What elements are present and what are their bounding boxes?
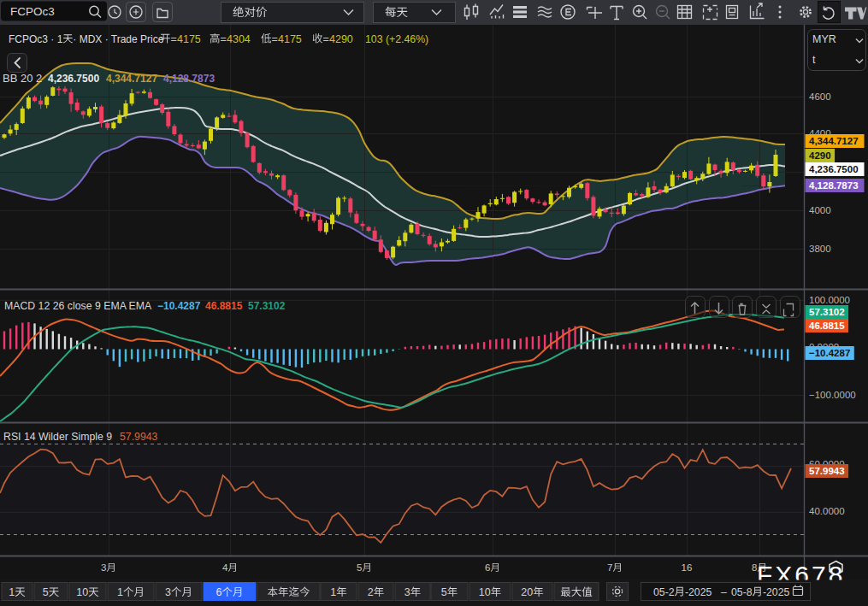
svg-text:103 (+2.46%): 103 (+2.46%) <box>365 33 428 45</box>
svg-text:4,128.7873: 4,128.7873 <box>809 180 859 191</box>
svg-text:4,344.7127: 4,344.7127 <box>809 136 859 146</box>
svg-text:4: 4 <box>222 562 228 573</box>
svg-text:−10.4287: −10.4287 <box>157 300 201 312</box>
svg-text:4600: 4600 <box>809 91 831 102</box>
svg-text:−10.4287: −10.4287 <box>809 348 850 358</box>
svg-text:=: = <box>171 33 177 45</box>
svg-text:t: t <box>812 54 816 66</box>
svg-text:MYR: MYR <box>812 33 836 45</box>
svg-text:4175: 4175 <box>177 33 201 45</box>
svg-text:4,236.7500: 4,236.7500 <box>809 164 859 174</box>
svg-text:6: 6 <box>485 562 490 573</box>
svg-text:1: 1 <box>9 586 15 598</box>
svg-text:05-2: 05-2 <box>653 586 675 598</box>
svg-text:−100.0000: −100.0000 <box>809 390 856 400</box>
svg-text:57.9943: 57.9943 <box>809 466 845 476</box>
svg-text:05-8: 05-8 <box>731 586 753 598</box>
svg-text:4,128.7873: 4,128.7873 <box>163 73 215 85</box>
svg-text:2: 2 <box>368 586 374 598</box>
svg-text:5: 5 <box>441 586 447 598</box>
svg-text:5: 5 <box>43 586 49 598</box>
svg-text:46.8815: 46.8815 <box>809 321 845 331</box>
svg-text:40.0000: 40.0000 <box>809 506 845 516</box>
svg-text:1: 1 <box>330 586 336 598</box>
svg-text:4000: 4000 <box>809 205 831 215</box>
svg-text:3800: 3800 <box>809 244 831 254</box>
svg-text:=: = <box>221 33 227 45</box>
svg-text:3: 3 <box>101 562 106 573</box>
svg-text:5: 5 <box>357 562 362 573</box>
svg-text:46.8815: 46.8815 <box>205 300 243 312</box>
svg-text:7: 7 <box>607 562 612 573</box>
svg-text:4290: 4290 <box>329 33 353 45</box>
svg-text:–: – <box>721 586 727 598</box>
svg-text:RSI 14 Wilder Simple 9: RSI 14 Wilder Simple 9 <box>3 431 112 443</box>
svg-text:FCPOc3: FCPOc3 <box>10 5 55 18</box>
svg-text:10: 10 <box>76 586 88 598</box>
svg-text:4290: 4290 <box>809 150 831 161</box>
svg-text:3: 3 <box>165 586 171 598</box>
svg-text:4,236.7500: 4,236.7500 <box>48 73 99 85</box>
svg-text:-2025: -2025 <box>763 586 790 598</box>
svg-text:6: 6 <box>216 586 222 598</box>
svg-text:100.0000: 100.0000 <box>809 295 850 305</box>
svg-text:16: 16 <box>682 562 693 573</box>
svg-text:-2025: -2025 <box>685 586 712 598</box>
svg-text:4175: 4175 <box>278 33 302 45</box>
svg-text:1: 1 <box>117 586 123 598</box>
svg-text:57.9943: 57.9943 <box>120 431 158 443</box>
svg-text:BB 20 2: BB 20 2 <box>3 72 42 85</box>
svg-text:10: 10 <box>479 586 491 598</box>
svg-text:4,344.7127: 4,344.7127 <box>106 73 157 85</box>
svg-text:FCPOc3 · 1: FCPOc3 · 1 <box>9 33 63 45</box>
svg-text:3: 3 <box>404 586 410 598</box>
svg-text:20: 20 <box>521 586 533 598</box>
svg-text:· MDX · Trade Price: · MDX · Trade Price <box>73 33 163 45</box>
svg-text:4304: 4304 <box>227 33 251 45</box>
svg-text:=: = <box>272 33 278 45</box>
svg-text:MACD 12 26 close 9 EMA EMA: MACD 12 26 close 9 EMA EMA <box>4 300 152 312</box>
svg-text:=: = <box>323 33 329 45</box>
svg-text:57.3102: 57.3102 <box>248 300 286 312</box>
svg-text:57.3102: 57.3102 <box>809 307 845 317</box>
